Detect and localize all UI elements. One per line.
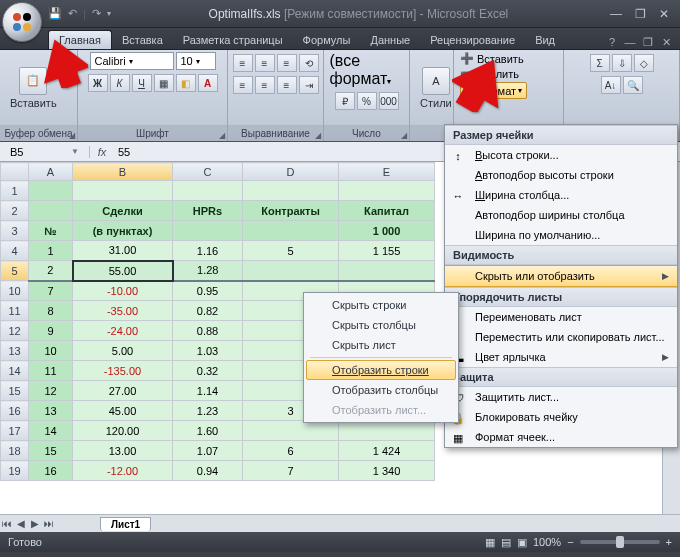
col-header-E[interactable]: E <box>339 163 435 181</box>
tab-nav-first-icon[interactable]: ⏮ <box>0 518 14 529</box>
percent-button[interactable]: % <box>357 92 377 110</box>
cell[interactable]: 0.95 <box>173 281 243 301</box>
tab-insert[interactable]: Вставка <box>112 31 173 49</box>
underline-button[interactable]: Ч <box>132 74 152 92</box>
align-right-button[interactable]: ≡ <box>277 76 297 94</box>
cell[interactable]: (в пунктах) <box>73 221 173 241</box>
cell[interactable]: 120.00 <box>73 421 173 441</box>
name-box[interactable]: B5▼ <box>0 146 90 158</box>
maximize-button[interactable]: ❐ <box>630 7 650 21</box>
cell[interactable]: 5.00 <box>73 341 173 361</box>
menu-hide-show[interactable]: Скрыть или отобразить▶ <box>445 265 677 287</box>
menu-autofit-col[interactable]: Автоподбор ширины столбца <box>445 205 677 225</box>
formula-value[interactable]: 55 <box>114 146 130 158</box>
border-button[interactable]: ▦ <box>154 74 174 92</box>
cell[interactable]: 0.94 <box>173 461 243 481</box>
row-header[interactable]: 3 <box>1 221 29 241</box>
cell[interactable]: 9 <box>29 321 73 341</box>
menu-default-width[interactable]: Ширина по умолчанию... <box>445 225 677 245</box>
italic-button[interactable]: К <box>110 74 130 92</box>
cell[interactable]: 13 <box>29 401 73 421</box>
menu-show-rows[interactable]: Отобразить строки <box>306 360 456 380</box>
office-button[interactable] <box>2 2 42 42</box>
row-header[interactable]: 13 <box>1 341 29 361</box>
currency-button[interactable]: ₽ <box>335 92 355 110</box>
row-header[interactable]: 14 <box>1 361 29 381</box>
menu-autofit-row[interactable]: Автоподбор высоты строки <box>445 165 677 185</box>
row-header[interactable]: 19 <box>1 461 29 481</box>
horizontal-scrollbar[interactable]: ⏮ ◀ ▶ ⏭ Лист1 <box>0 514 680 532</box>
active-cell[interactable]: 55.00 <box>73 261 173 281</box>
col-header-C[interactable]: C <box>173 163 243 181</box>
align-center-button[interactable]: ≡ <box>255 76 275 94</box>
cell[interactable]: -35.00 <box>73 301 173 321</box>
qat-undo-icon[interactable]: ↶ <box>68 7 77 20</box>
cell[interactable]: 0.32 <box>173 361 243 381</box>
mdi-restore[interactable]: ❐ <box>640 36 656 49</box>
col-header-A[interactable]: A <box>29 163 73 181</box>
menu-rename-sheet[interactable]: Переименовать лист <box>445 307 677 327</box>
tab-formulas[interactable]: Формулы <box>293 31 361 49</box>
menu-protect-sheet[interactable]: 🛡Защитить лист... <box>445 387 677 407</box>
zoom-slider[interactable] <box>580 540 660 544</box>
cell[interactable]: 1 <box>29 241 73 261</box>
menu-lock-cell[interactable]: 🔒Блокировать ячейку <box>445 407 677 427</box>
tab-review[interactable]: Рецензирование <box>420 31 525 49</box>
cell[interactable]: 6 <box>243 441 339 461</box>
cell[interactable]: 16 <box>29 461 73 481</box>
cell[interactable]: 1.60 <box>173 421 243 441</box>
cell[interactable]: 1.07 <box>173 441 243 461</box>
align-bot-button[interactable]: ≡ <box>277 54 297 72</box>
align-left-button[interactable]: ≡ <box>233 76 253 94</box>
zoom-in-button[interactable]: + <box>666 536 672 548</box>
minimize-button[interactable]: — <box>606 7 626 21</box>
cell[interactable]: Капитал <box>339 201 435 221</box>
font-launcher-icon[interactable]: ◢ <box>219 128 225 144</box>
cell[interactable]: 1 424 <box>339 441 435 461</box>
row-header[interactable]: 12 <box>1 321 29 341</box>
cell[interactable]: 12 <box>29 381 73 401</box>
menu-format-cells[interactable]: ▦Формат ячеек... <box>445 427 677 447</box>
row-header[interactable]: 18 <box>1 441 29 461</box>
row-header[interactable]: 11 <box>1 301 29 321</box>
zoom-level[interactable]: 100% <box>533 536 561 548</box>
cell[interactable]: 15 <box>29 441 73 461</box>
tab-nav-last-icon[interactable]: ⏭ <box>42 518 56 529</box>
select-all-button[interactable] <box>1 163 29 181</box>
row-header[interactable]: 2 <box>1 201 29 221</box>
cell[interactable]: 7 <box>243 461 339 481</box>
menu-col-width[interactable]: ↔Ширина столбца... <box>445 185 677 205</box>
cell[interactable]: 1.28 <box>173 261 243 281</box>
align-launcher-icon[interactable]: ◢ <box>315 128 321 144</box>
cell[interactable]: 13.00 <box>73 441 173 461</box>
cell[interactable]: 2 <box>29 261 73 281</box>
row-header[interactable]: 10 <box>1 281 29 301</box>
sheet-tab[interactable]: Лист1 <box>100 517 151 531</box>
font-color-button[interactable]: A <box>198 74 218 92</box>
cell[interactable]: 31.00 <box>73 241 173 261</box>
row-header[interactable]: 16 <box>1 401 29 421</box>
cell[interactable]: 8 <box>29 301 73 321</box>
menu-show-cols[interactable]: Отобразить столбцы <box>306 380 456 400</box>
align-top-button[interactable]: ≡ <box>233 54 253 72</box>
cell[interactable]: Контракты <box>243 201 339 221</box>
cell[interactable] <box>339 261 435 281</box>
cell[interactable]: 45.00 <box>73 401 173 421</box>
cell[interactable]: 1.16 <box>173 241 243 261</box>
qat-save-icon[interactable]: 💾 <box>48 7 62 20</box>
find-button[interactable]: 🔍 <box>623 76 643 94</box>
clipboard-launcher-icon[interactable]: ◢ <box>69 128 75 144</box>
help-icon[interactable]: ? <box>604 36 620 49</box>
close-button[interactable]: ✕ <box>654 7 674 21</box>
cell[interactable]: 1 000 <box>339 221 435 241</box>
menu-move-sheet[interactable]: Переместить или скопировать лист... <box>445 327 677 347</box>
indent-button[interactable]: ⇥ <box>299 76 319 94</box>
row-header[interactable]: 15 <box>1 381 29 401</box>
cell[interactable]: 10 <box>29 341 73 361</box>
sort-button[interactable]: A↓ <box>601 76 621 94</box>
cell[interactable]: 1.03 <box>173 341 243 361</box>
cell[interactable]: Сделки <box>73 201 173 221</box>
cell[interactable]: HPRs <box>173 201 243 221</box>
mdi-close[interactable]: ✕ <box>658 36 674 49</box>
cell[interactable]: 1 155 <box>339 241 435 261</box>
